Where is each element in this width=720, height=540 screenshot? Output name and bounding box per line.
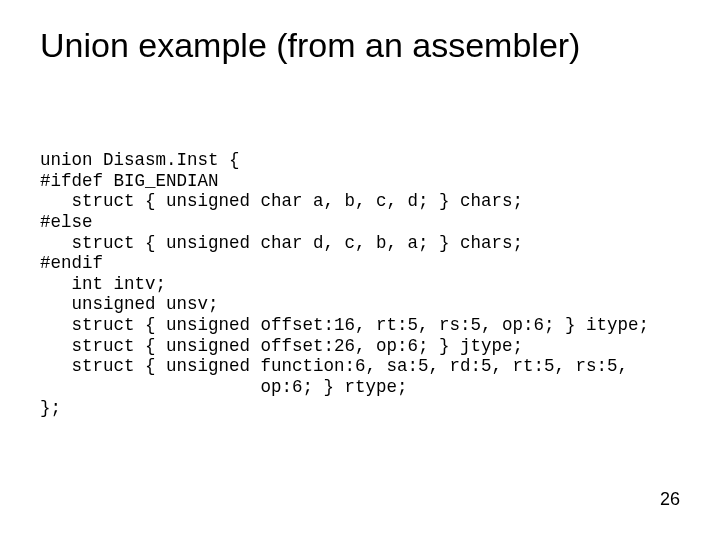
code-line: unsigned unsv; [40,294,219,314]
slide: Union example (from an assembler) union … [0,0,720,540]
code-line: op:6; } rtype; [40,377,408,397]
code-line: struct { unsigned char a, b, c, d; } cha… [40,191,523,211]
code-line: int intv; [40,274,166,294]
code-line: struct { unsigned offset:26, op:6; } jty… [40,336,523,356]
code-line: struct { unsigned function:6, sa:5, rd:5… [40,356,628,376]
code-line: }; [40,398,61,418]
code-line: struct { unsigned offset:16, rt:5, rs:5,… [40,315,649,335]
code-line: #endif [40,253,103,273]
code-block: union Disasm.Inst { #ifdef BIG_ENDIAN st… [40,150,680,418]
code-line: #else [40,212,93,232]
code-line: union Disasm.Inst { [40,150,240,170]
page-number: 26 [660,489,680,510]
code-line: #ifdef BIG_ENDIAN [40,171,219,191]
slide-title: Union example (from an assembler) [40,26,680,65]
code-line: struct { unsigned char d, c, b, a; } cha… [40,233,523,253]
